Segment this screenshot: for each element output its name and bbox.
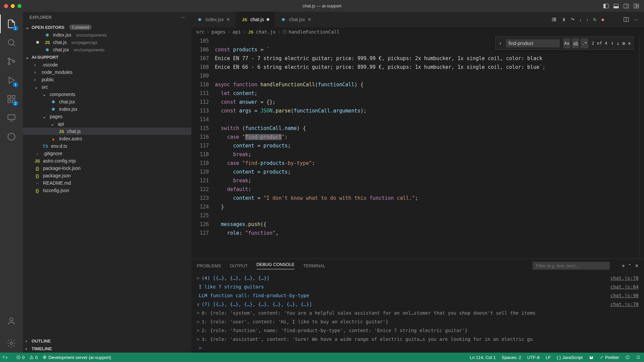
console-line[interactable]: >(4) [{…}, {…}, {…}, {…}]chat.js:78 xyxy=(197,274,639,282)
close-window[interactable] xyxy=(4,4,8,8)
breadcrumbs[interactable]: src› pages› api› JS chat.js› ⬡ handleFun… xyxy=(191,27,644,37)
code-content[interactable]: const products = `Enice EN 77 - 7 string… xyxy=(215,37,639,259)
open-editor-item[interactable]: JSchat.jssrc/pages/api xyxy=(23,39,191,46)
folder-item[interactable]: ⌄components xyxy=(23,91,191,98)
minimize-window[interactable] xyxy=(11,4,15,8)
restart-icon[interactable]: ↻ xyxy=(593,17,597,22)
more-actions-icon[interactable]: ⋯ xyxy=(634,17,638,22)
status-eol[interactable]: LF xyxy=(546,355,551,360)
status-prettier[interactable]: ✓ Prettier xyxy=(600,355,619,360)
file-item[interactable]: JSchat.js xyxy=(23,128,191,135)
step-over-icon[interactable]: ↷ xyxy=(571,17,574,22)
activity-scm[interactable] xyxy=(0,52,23,71)
panel-tab-output[interactable]: OUTPUT xyxy=(230,263,247,268)
console-line[interactable]: >3: {role: 'assistant', content: 'Sure! … xyxy=(197,335,639,344)
panel-filter-input[interactable] xyxy=(533,262,610,270)
panel-toggle-left-icon[interactable] xyxy=(602,2,610,10)
folder-item[interactable]: ⌄api xyxy=(23,120,191,128)
panel-clear-icon[interactable]: ≡ xyxy=(622,263,625,268)
split-editor-icon[interactable] xyxy=(624,17,629,22)
match-word-icon[interactable]: ab xyxy=(572,38,579,48)
console-source-link[interactable]: chat.js:98 xyxy=(610,291,639,300)
outline-section[interactable]: › OUTLINE xyxy=(23,337,191,345)
explorer-more-icon[interactable]: ⋯ xyxy=(181,15,185,20)
console-source-link[interactable]: chat.js:64 xyxy=(610,282,639,291)
find-prev-icon[interactable]: ↑ xyxy=(611,39,614,48)
panel-toggle-right-icon[interactable] xyxy=(623,2,630,10)
file-item[interactable]: {}package.json xyxy=(23,172,191,179)
run-icon[interactable] xyxy=(552,17,557,22)
status-bell-icon[interactable] xyxy=(636,355,641,360)
open-editor-item[interactable]: ⚛index.jsxsrc/components xyxy=(23,31,191,39)
status-dev-server[interactable]: Development server (ai-support) xyxy=(42,355,111,360)
console-source-link[interactable]: chat.js:78 xyxy=(610,300,639,309)
activity-debug[interactable]: 1 xyxy=(0,71,23,90)
status-copilot-icon[interactable] xyxy=(589,355,594,360)
activity-settings[interactable] xyxy=(0,334,23,353)
maximize-window[interactable] xyxy=(17,4,21,8)
file-item[interactable]: ◦.gitignore xyxy=(23,150,191,157)
status-cursor[interactable]: Ln 114, Col 1 xyxy=(470,355,496,360)
folder-item[interactable]: ›node_modules xyxy=(23,69,191,76)
activity-search[interactable] xyxy=(0,33,23,52)
activity-extensions[interactable]: 2 xyxy=(0,90,23,108)
regex-icon[interactable]: .* xyxy=(581,38,588,48)
panel-tab-terminal[interactable]: TERMINAL xyxy=(303,263,325,268)
match-case-icon[interactable]: Aa xyxy=(563,38,570,48)
debug-console-output[interactable]: >(4) [{…}, {…}, {…}, {…}]chat.js:78I lik… xyxy=(191,272,644,353)
panel-toggle-bottom-icon[interactable] xyxy=(612,2,620,10)
editor-tab[interactable]: ⚛chat.jsx✕ xyxy=(275,12,317,27)
file-item[interactable]: {}tsconfig.json xyxy=(23,187,191,194)
file-item[interactable]: ◦README.md xyxy=(23,179,191,187)
customize-layout-icon[interactable] xyxy=(633,2,640,10)
panel-collapse-icon[interactable]: ⌃ xyxy=(628,263,632,268)
file-item[interactable]: JSastro.config.mjs xyxy=(23,157,191,165)
console-prompt[interactable]: > xyxy=(197,344,639,352)
console-line[interactable]: >0: {role: 'system', content: 'You are a… xyxy=(197,309,639,317)
status-spaces[interactable]: Spaces: 2 xyxy=(502,355,521,360)
close-tab-icon[interactable]: ✕ xyxy=(308,17,312,22)
status-language[interactable]: { } JavaScript xyxy=(557,355,583,360)
find-next-icon[interactable]: ↓ xyxy=(616,39,619,48)
open-editor-item[interactable]: ⚛chat.jsxsrc/components xyxy=(23,46,191,53)
find-toggle-replace-icon[interactable]: › xyxy=(498,38,503,48)
folder-item[interactable]: ⌄pages xyxy=(23,113,191,120)
pause-icon[interactable]: ⏸ xyxy=(562,17,566,22)
activity-remote[interactable] xyxy=(0,108,23,127)
folder-item[interactable]: ›public xyxy=(23,76,191,83)
activity-account[interactable] xyxy=(0,312,23,330)
minimap[interactable] xyxy=(639,37,644,259)
close-tab-icon[interactable]: ✕ xyxy=(226,17,230,22)
step-into-icon[interactable]: ↓ xyxy=(579,17,582,22)
console-line[interactable]: >2: {role: 'function', name: 'find-produ… xyxy=(197,326,639,335)
folder-item[interactable]: ›.vscode xyxy=(23,61,191,69)
remote-indicator[interactable] xyxy=(0,353,10,362)
code-editor[interactable]: › Aa ab .* 2 of 4 ↑ ↓ ≡ ✕ 10510610710810… xyxy=(191,37,644,259)
status-errors[interactable]: 0 xyxy=(16,355,25,360)
status-feedback-icon[interactable] xyxy=(625,355,630,360)
status-encoding[interactable]: UTF-8 xyxy=(527,355,540,360)
console-source-link[interactable]: chat.js:78 xyxy=(610,274,639,282)
file-item[interactable]: TSenv.d.ts xyxy=(23,142,191,150)
open-editors-section[interactable]: ⌄ OPEN EDITORS 1 unsaved xyxy=(23,23,191,31)
editor-tab[interactable]: ⚛index.jsx✕ xyxy=(191,12,236,27)
timeline-section[interactable]: › TIMELINE xyxy=(23,345,191,353)
console-line[interactable]: >1: {role: 'user', content: 'Hi, I like … xyxy=(197,317,639,326)
project-section[interactable]: ⌄ AI-SUPPORT xyxy=(23,53,191,61)
file-item[interactable]: {}package-lock.json xyxy=(23,165,191,172)
file-item[interactable]: ⚛index.jsx xyxy=(23,105,191,113)
panel-tab-debug-console[interactable]: DEBUG CONSOLE xyxy=(257,262,294,269)
stop-icon[interactable]: ■ xyxy=(601,17,604,22)
step-out-icon[interactable]: ↑ xyxy=(586,17,589,22)
editor-tab[interactable]: JSchat.js xyxy=(236,12,275,27)
activity-extra[interactable] xyxy=(0,127,23,146)
find-input[interactable] xyxy=(506,39,560,47)
panel-close-icon[interactable]: ✕ xyxy=(635,263,639,268)
activity-explorer[interactable]: 1 xyxy=(0,14,23,33)
find-close-icon[interactable]: ✕ xyxy=(628,39,631,48)
file-item[interactable]: ⚛chat.jsx xyxy=(23,98,191,105)
console-line[interactable]: I like 7 string guitarschat.js:64 xyxy=(197,282,639,291)
console-line[interactable]: LLM function call: find-product-by-typec… xyxy=(197,291,639,300)
find-selection-icon[interactable]: ≡ xyxy=(622,39,625,48)
status-warnings[interactable]: 0 xyxy=(29,355,38,360)
